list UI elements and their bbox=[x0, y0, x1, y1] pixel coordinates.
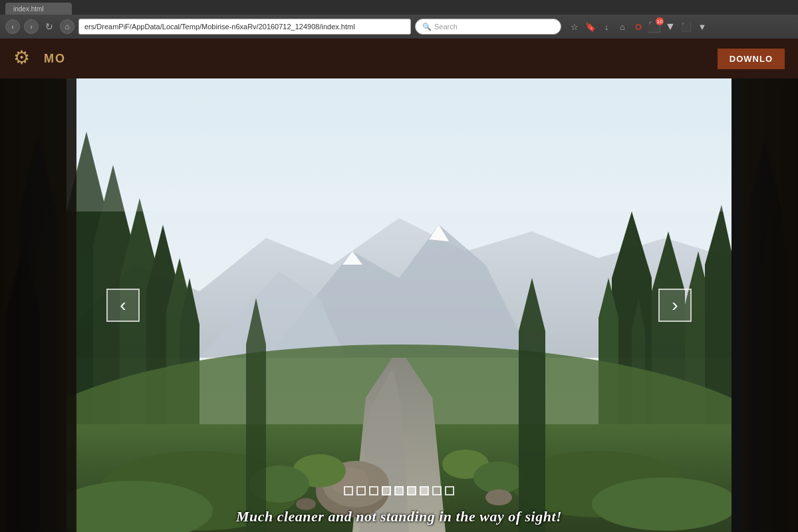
forward-button[interactable]: › bbox=[24, 19, 39, 34]
back-button[interactable]: ‹ bbox=[5, 19, 20, 34]
svg-marker-42 bbox=[519, 278, 545, 532]
opera-icon[interactable]: O bbox=[632, 20, 645, 33]
svg-marker-43 bbox=[246, 298, 266, 532]
star-icon[interactable]: ☆ bbox=[568, 20, 581, 33]
svg-rect-46 bbox=[66, 78, 732, 211]
reload-button[interactable]: ↻ bbox=[43, 20, 56, 33]
dot-3[interactable] bbox=[369, 486, 378, 495]
next-arrow-icon: › bbox=[672, 296, 678, 315]
carousel-slide-image bbox=[66, 78, 732, 532]
gear-icon: ⚙ bbox=[13, 47, 37, 70]
dot-1[interactable] bbox=[344, 486, 353, 495]
svg-rect-8 bbox=[741, 78, 798, 532]
dot-5[interactable] bbox=[394, 486, 404, 495]
svg-point-44 bbox=[485, 489, 512, 505]
browser-chrome: index.html ‹ › ↻ ⌂ ers/DreamPiF/AppData/… bbox=[0, 0, 798, 39]
svg-rect-4 bbox=[0, 78, 76, 532]
carousel-prev-arrow[interactable]: ‹ bbox=[106, 289, 140, 322]
extensions-list[interactable]: ⬛ bbox=[680, 20, 693, 33]
browser-tabs: index.html bbox=[0, 0, 798, 15]
toolbar-icons: ☆ 🔖 ↓ ⌂ O ⬛ 10 ▼ ⬛ ▼ bbox=[568, 20, 709, 33]
tab-label: index.html bbox=[13, 5, 44, 13]
more-button[interactable]: ▼ bbox=[696, 20, 709, 33]
app-title: MO bbox=[44, 52, 66, 66]
browser-tab[interactable]: index.html bbox=[5, 3, 72, 15]
dot-8[interactable] bbox=[432, 486, 442, 495]
home-icon[interactable]: ⌂ bbox=[616, 20, 629, 33]
svg-point-41 bbox=[473, 462, 524, 493]
dot-9[interactable] bbox=[445, 486, 454, 495]
side-panel-left-image bbox=[0, 78, 76, 532]
dot-4[interactable] bbox=[382, 486, 391, 495]
dot-2[interactable] bbox=[356, 486, 366, 495]
badge-count: 10 bbox=[656, 17, 664, 25]
menu-dropdown[interactable]: ▼ bbox=[664, 20, 677, 33]
main-content: ‹ › Much cleaner and not standing in the… bbox=[0, 78, 798, 532]
side-panel-left bbox=[0, 78, 76, 532]
dot-6[interactable] bbox=[407, 486, 416, 495]
carousel-dots bbox=[344, 486, 454, 495]
address-text: ers/DreamPiF/AppData/Local/Temp/Mobirise… bbox=[84, 23, 355, 31]
download-button[interactable]: DOWNLO bbox=[718, 49, 785, 69]
prev-arrow-icon: ‹ bbox=[120, 296, 126, 315]
bookmark-icon[interactable]: 🔖 bbox=[584, 20, 597, 33]
search-placeholder: Search bbox=[434, 23, 458, 31]
carousel-next-arrow[interactable]: › bbox=[658, 289, 692, 322]
extensions-icon[interactable]: ⬛ 10 bbox=[648, 20, 661, 33]
address-bar[interactable]: ers/DreamPiF/AppData/Local/Temp/Mobirise… bbox=[78, 19, 411, 35]
search-bar[interactable]: 🔍 Search bbox=[415, 19, 561, 35]
download-icon[interactable]: ↓ bbox=[600, 20, 613, 33]
side-panel-right bbox=[741, 78, 798, 532]
app-header: ⚙ MO DOWNLO bbox=[0, 39, 798, 78]
dot-7[interactable] bbox=[420, 486, 429, 495]
side-panel-right-image bbox=[741, 78, 798, 532]
home-button[interactable]: ⌂ bbox=[60, 19, 74, 34]
caption-text: Much cleaner and not standing in the way… bbox=[236, 508, 562, 525]
search-icon: 🔍 bbox=[422, 23, 432, 31]
carousel-caption: Much cleaner and not standing in the way… bbox=[66, 508, 732, 525]
carousel: ‹ › Much cleaner and not standing in the… bbox=[66, 78, 732, 532]
browser-toolbar: ‹ › ↻ ⌂ ers/DreamPiF/AppData/Local/Temp/… bbox=[0, 15, 798, 39]
